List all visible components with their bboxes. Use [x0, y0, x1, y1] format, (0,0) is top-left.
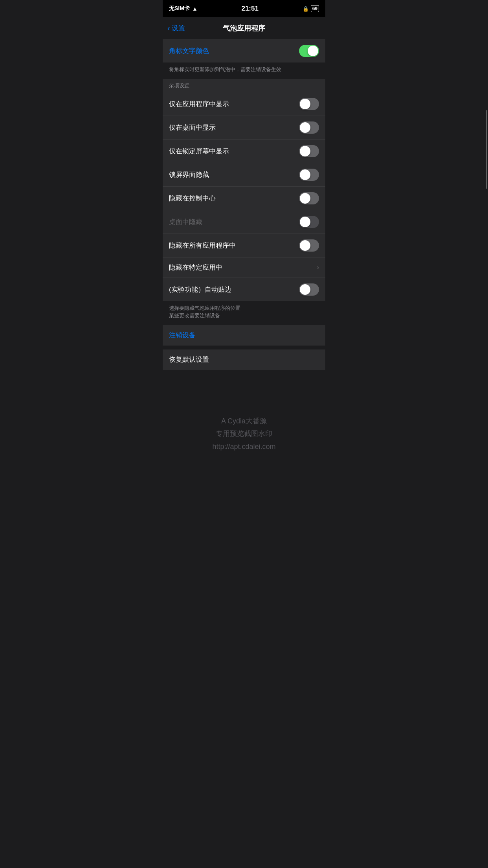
lock-icon: 🔒	[303, 6, 309, 12]
row-show-on-lockscreen[interactable]: 仅在锁定屏幕中显示	[163, 140, 325, 163]
nav-bar: ‹ 设置 气泡应用程序	[163, 17, 325, 39]
row-label-hide-lockscreen: 锁屏界面隐藏	[169, 170, 209, 179]
reset-row[interactable]: 恢复默认设置	[163, 349, 325, 370]
status-bar: 无SIM卡 ▲ 21:51 🔒 69	[163, 0, 325, 17]
row-show-in-app[interactable]: 仅在应用程序中显示	[163, 92, 325, 116]
badge-footer: 将角标实时更新添加到气泡中，需要注销设备生效	[163, 63, 325, 79]
row-show-on-desktop[interactable]: 仅在桌面中显示	[163, 116, 325, 140]
row-hide-all-apps[interactable]: 隐藏在所有应用程序中	[163, 234, 325, 257]
row-hide-lockscreen[interactable]: 锁屏界面隐藏	[163, 163, 325, 187]
status-right: 🔒 69	[303, 5, 319, 12]
page-title: 气泡应用程序	[223, 24, 265, 33]
toggle-show-on-lockscreen[interactable]	[299, 145, 319, 157]
toggle-show-in-app[interactable]	[299, 98, 319, 110]
toggle-auto-snap[interactable]	[299, 283, 319, 296]
reset-label: 恢复默认设置	[169, 355, 209, 364]
toggle-knob	[300, 284, 310, 295]
badge-color-row[interactable]: 角标文字颜色	[163, 39, 325, 63]
toggle-knob	[300, 193, 310, 204]
logout-label: 注销设备	[169, 331, 196, 340]
misc-footer: 选择要隐藏气泡应用程序的位置 某些更改需要注销设备	[163, 301, 325, 325]
toggle-show-on-desktop[interactable]	[299, 121, 319, 134]
battery-indicator: 69	[311, 5, 319, 12]
back-button[interactable]: ‹ 设置	[167, 24, 185, 33]
badge-color-label: 角标文字颜色	[169, 46, 209, 55]
status-carrier: 无SIM卡 ▲	[169, 5, 198, 12]
toggle-knob	[300, 99, 310, 109]
toggle-hide-all-apps[interactable]	[299, 239, 319, 252]
row-hide-specific-apps[interactable]: 隐藏在特定应用中 ›	[163, 257, 325, 278]
toggle-hide-desktop[interactable]	[299, 216, 319, 228]
row-label-auto-snap: (实验功能）自动贴边	[169, 285, 231, 294]
row-label-hide-desktop: 桌面中隐藏	[169, 217, 202, 226]
back-label: 设置	[172, 24, 185, 33]
section-divider	[163, 346, 325, 349]
toggle-knob	[308, 46, 318, 56]
wifi-icon: ▲	[192, 6, 198, 12]
toggle-knob	[300, 122, 310, 133]
toggle-knob	[300, 217, 310, 227]
row-hide-desktop[interactable]: 桌面中隐藏	[163, 210, 325, 234]
row-label-show-on-desktop: 仅在桌面中显示	[169, 123, 216, 132]
misc-section: 仅在应用程序中显示 仅在桌面中显示 仅在锁定屏幕中显示 锁屏界面隐藏 隐藏在控制…	[163, 92, 325, 301]
status-time: 21:51	[241, 5, 258, 13]
disclosure-arrow-icon: ›	[317, 263, 319, 272]
row-hide-control-center[interactable]: 隐藏在控制中心	[163, 187, 325, 210]
logout-row[interactable]: 注销设备	[163, 325, 325, 346]
toggle-hide-control-center[interactable]	[299, 192, 319, 204]
toggle-hide-lockscreen[interactable]	[299, 169, 319, 181]
badge-color-toggle[interactable]	[299, 45, 319, 57]
logout-section: 注销设备	[163, 325, 325, 346]
row-label-hide-all-apps: 隐藏在所有应用程序中	[169, 241, 236, 250]
reset-section: 恢复默认设置	[163, 349, 325, 370]
row-label-hide-control-center: 隐藏在控制中心	[169, 194, 216, 203]
misc-section-header: 杂项设置	[163, 79, 325, 92]
row-label-hide-specific-apps: 隐藏在特定应用中	[169, 263, 222, 272]
row-auto-snap[interactable]: (实验功能）自动贴边	[163, 278, 325, 301]
chevron-left-icon: ‹	[167, 24, 170, 33]
row-label-show-in-app: 仅在应用程序中显示	[169, 99, 229, 108]
toggle-knob	[300, 169, 310, 180]
row-label-show-on-lockscreen: 仅在锁定屏幕中显示	[169, 147, 229, 156]
toggle-knob	[300, 146, 310, 156]
toggle-knob	[300, 240, 310, 251]
